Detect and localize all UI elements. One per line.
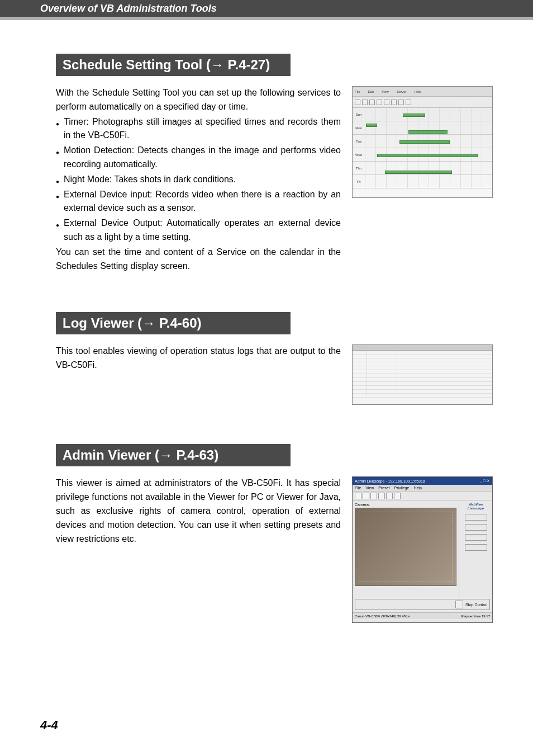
menu-item[interactable]: Help bbox=[415, 90, 421, 93]
toolbar-icon[interactable] bbox=[370, 493, 377, 499]
toolbar-icon[interactable] bbox=[384, 100, 389, 105]
day-label: Fri bbox=[353, 180, 365, 183]
admin-titlebar: Admin Livescope - 192.168.100.1:65310 _ … bbox=[353, 477, 492, 485]
menu-item[interactable]: Help bbox=[413, 486, 421, 490]
video-viewport[interactable] bbox=[355, 508, 456, 586]
schedule-bullet: Timer: Photographs still images at speci… bbox=[56, 115, 341, 143]
log-titlebar bbox=[353, 345, 492, 351]
schedule-banner: Schedule Setting Tool (→ P.4-27) bbox=[56, 54, 291, 76]
menu-item[interactable]: File bbox=[355, 90, 360, 93]
toolbar-icon[interactable] bbox=[398, 100, 404, 105]
status-right: Elapsed time 19:17 bbox=[461, 615, 490, 618]
day-label: Sun bbox=[353, 113, 365, 116]
bullet-icon bbox=[56, 144, 64, 172]
schedule-bullet: External Device input: Records video whe… bbox=[56, 188, 341, 216]
bullet-icon bbox=[56, 115, 64, 143]
schedule-text-block: With the Schedule Setting Tool you can s… bbox=[56, 86, 341, 273]
day-label: Tue bbox=[353, 140, 365, 143]
schedule-bar[interactable] bbox=[399, 140, 450, 144]
menu-item[interactable]: Edit bbox=[368, 90, 374, 93]
toolbar-icon[interactable] bbox=[369, 100, 375, 105]
control-button[interactable] bbox=[465, 524, 487, 531]
log-text: This tool enables viewing of operation s… bbox=[56, 344, 341, 372]
section-schedule: Schedule Setting Tool (→ P.4-27) With th… bbox=[56, 54, 493, 273]
control-button[interactable] bbox=[465, 544, 487, 551]
page-header: Overview of VB Administration Tools bbox=[0, 0, 533, 20]
toolbar-icon[interactable] bbox=[386, 493, 393, 499]
schedule-menubar: File Edit View Server Help bbox=[353, 87, 492, 97]
schedule-bar[interactable] bbox=[408, 130, 448, 134]
toolbar-icon[interactable] bbox=[378, 493, 385, 499]
schedule-bullet: Motion Detection: Detects changes in the… bbox=[56, 144, 341, 172]
log-banner: Log Viewer (→ P.4-60) bbox=[56, 312, 291, 334]
menu-item[interactable]: View bbox=[365, 486, 374, 490]
schedule-toolbar bbox=[353, 97, 492, 108]
brand-bottom: Livescope bbox=[468, 507, 484, 510]
toolbar-icon[interactable] bbox=[355, 493, 361, 499]
toolbar-icon[interactable] bbox=[355, 100, 360, 105]
menu-item[interactable]: File bbox=[355, 486, 361, 490]
day-label: Mon bbox=[353, 126, 365, 130]
section-admin: Admin Viewer (→ P.4-63) This viewer is a… bbox=[56, 444, 493, 623]
toolbar-icon[interactable] bbox=[394, 493, 401, 499]
admin-toolbar bbox=[353, 492, 492, 500]
section-log: Log Viewer (→ P.4-60) This tool enables … bbox=[56, 312, 493, 405]
camera-label: Camera: bbox=[355, 503, 456, 507]
schedule-bullet-text: Timer: Photographs still images at speci… bbox=[64, 115, 341, 143]
page-header-title: Overview of VB Administration Tools bbox=[40, 3, 217, 15]
bullet-icon bbox=[56, 188, 64, 216]
toolbar-icon[interactable] bbox=[406, 100, 411, 105]
schedule-intro: With the Schedule Setting Tool you can s… bbox=[56, 86, 341, 114]
schedule-bullet: Night Mode: Takes shots in dark conditio… bbox=[56, 173, 341, 187]
toolbar-icon[interactable] bbox=[377, 100, 382, 105]
schedule-bullet: External Device Output: Automatically op… bbox=[56, 216, 341, 244]
schedule-grid: Sun Mon Tue Wed Thu Fri bbox=[353, 108, 492, 188]
page-number: 4-4 bbox=[40, 718, 58, 733]
toolbar-icon[interactable] bbox=[391, 100, 397, 105]
schedule-bullet-text: External Device input: Records video whe… bbox=[64, 188, 341, 216]
schedule-bullet-text: External Device Output: Automatically op… bbox=[64, 216, 341, 244]
day-label: Thu bbox=[353, 167, 365, 170]
brand-logo: WebView Livescope bbox=[468, 503, 484, 510]
log-figure bbox=[352, 344, 493, 405]
admin-figure: Admin Livescope - 192.168.100.1:65310 _ … bbox=[352, 476, 493, 623]
stop-control-label: Stop Control bbox=[465, 603, 487, 607]
schedule-row: Fri bbox=[353, 175, 492, 188]
admin-menubar: File View Preset Privilege Help bbox=[353, 485, 492, 492]
schedule-bullet-text: Night Mode: Takes shots in dark conditio… bbox=[64, 173, 236, 187]
admin-screenshot: Admin Livescope - 192.168.100.1:65310 _ … bbox=[352, 476, 493, 623]
admin-side-panel: WebView Livescope bbox=[459, 500, 492, 597]
toolbar-icon[interactable] bbox=[362, 100, 368, 105]
schedule-bar[interactable] bbox=[403, 114, 425, 117]
admin-control-row: Stop Control bbox=[355, 599, 490, 610]
stop-icon[interactable] bbox=[455, 601, 463, 608]
admin-text: This viewer is aimed at administrators o… bbox=[56, 476, 341, 546]
admin-banner: Admin Viewer (→ P.4-63) bbox=[56, 444, 291, 466]
status-left: Canon VB-C50Fi (320x240) 30.40fps bbox=[355, 615, 410, 618]
window-controls[interactable]: _ □ ✕ bbox=[480, 479, 490, 483]
day-label: Wed bbox=[353, 153, 365, 157]
admin-statusbar: Canon VB-C50Fi (320x240) 30.40fps Elapse… bbox=[353, 612, 492, 619]
control-button[interactable] bbox=[465, 514, 487, 521]
schedule-figure: File Edit View Server Help Sun Mon Tue W… bbox=[352, 86, 493, 198]
toolbar-icon[interactable] bbox=[363, 493, 369, 499]
bullet-icon bbox=[56, 216, 64, 244]
menu-item[interactable]: Privilege bbox=[394, 486, 410, 490]
menu-item[interactable]: Server bbox=[397, 90, 407, 93]
schedule-bar[interactable] bbox=[377, 154, 478, 157]
schedule-bullet-text: Motion Detection: Detects changes in the… bbox=[64, 144, 341, 172]
schedule-bullets: Timer: Photographs still images at speci… bbox=[56, 115, 341, 244]
schedule-bar[interactable] bbox=[366, 124, 377, 127]
bullet-icon bbox=[56, 173, 64, 187]
menu-item[interactable]: View bbox=[382, 90, 389, 93]
brand-top: WebView bbox=[468, 503, 483, 506]
schedule-screenshot: File Edit View Server Help Sun Mon Tue W… bbox=[352, 86, 493, 198]
page-content: Schedule Setting Tool (→ P.4-27) With th… bbox=[0, 20, 533, 623]
schedule-outro: You can set the time and content of a Se… bbox=[56, 245, 341, 273]
log-screenshot bbox=[352, 344, 493, 405]
admin-title-text: Admin Livescope - 192.168.100.1:65310 bbox=[355, 479, 425, 483]
control-button[interactable] bbox=[465, 534, 487, 541]
admin-main-panel: Camera: bbox=[353, 500, 459, 597]
menu-item[interactable]: Preset bbox=[378, 486, 389, 490]
schedule-bar[interactable] bbox=[385, 171, 452, 174]
